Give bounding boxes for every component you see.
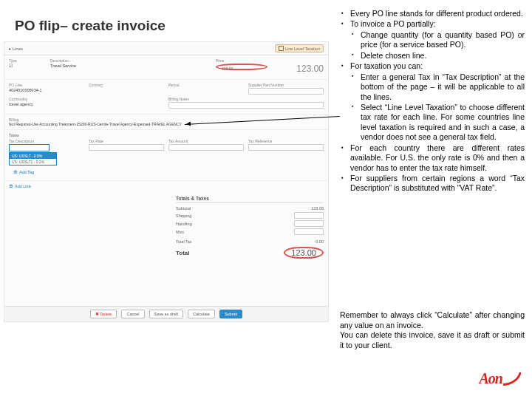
contract-label: Contract [89, 83, 164, 87]
shipping-label: Shipping [176, 214, 191, 218]
supplier-part-label: Supplier Part Number [248, 83, 324, 87]
taxes-label: Taxes [9, 133, 19, 137]
tax-dropdown[interactable]: US: USSLT - 0.0% US: USSLT1 - 0.2% [9, 152, 57, 166]
tax-ref-label: Tax Reference [248, 139, 324, 143]
app-screenshot: ▸ Lines Line Level Taxation Type☑ Descri… [4, 41, 329, 322]
tax-option-alt[interactable]: US: USSLT1 - 0.2% [10, 159, 56, 165]
note-line-1: Remember to always click “Calculate” aft… [340, 310, 525, 330]
period-label: Period [168, 83, 244, 87]
bullet-4: For each country there are different rat… [340, 143, 525, 173]
lines-section-label: ▸ Lines [9, 46, 23, 51]
shipping-input[interactable] [294, 212, 324, 219]
billing-notes-input[interactable] [168, 102, 324, 109]
bullet-2b: Delete chosen line. [350, 51, 525, 61]
add-line-link[interactable]: Add Line [4, 181, 35, 191]
type-label: Type [9, 58, 46, 63]
po-line-value: 4024510008034-1 [9, 88, 84, 92]
total-tax-value: 0.00 [316, 239, 324, 244]
save-draft-button[interactable]: Save as draft [149, 310, 183, 318]
po-line-label: PO Line [9, 83, 84, 87]
reminder-note: Remember to always click “Calculate” aft… [340, 310, 525, 351]
type-value: ☑ [9, 64, 46, 68]
handling-input[interactable] [294, 220, 324, 227]
logo-swoosh-icon [502, 372, 521, 386]
billing-notes-label: Billing Notes [168, 97, 324, 101]
billing-text: Not Required-Use Accounting Treatment-25… [9, 122, 324, 126]
aon-logo: Aon [480, 370, 520, 387]
tax-amount-input[interactable] [168, 144, 244, 151]
submit-button[interactable]: Submit [219, 310, 242, 318]
bullet-3b: Select “Line Level Taxation” to choose d… [350, 103, 525, 143]
tax-ref-input[interactable] [248, 144, 324, 151]
total-value: 123.00 [284, 247, 324, 259]
commodity-label: Commodity [9, 97, 164, 101]
bullet-1: Every PO line stands for different produ… [340, 9, 525, 18]
add-tag-link[interactable]: Add Tag [9, 167, 38, 177]
bullet-3: For taxation you can: Enter a general Ta… [340, 61, 525, 143]
subtotal-label: Subtotal [176, 206, 191, 211]
tax-amount-label: Tax Amount [168, 139, 244, 143]
misc-input[interactable] [294, 228, 324, 235]
supplier-part-input[interactable] [248, 88, 324, 95]
subtotal-value: 123.00 [311, 206, 324, 211]
description-label: Description [50, 58, 211, 63]
tax-rate-input[interactable] [89, 144, 164, 151]
bullet-2a: Change quantity (for a quantity based PO… [350, 30, 525, 50]
slide-title: PO flip– create invoice [15, 18, 166, 34]
line-level-taxation-toggle[interactable]: Line Level Taxation [275, 44, 324, 52]
instruction-bullets: Every PO line stands for different produ… [340, 9, 525, 194]
calculate-button[interactable]: Calculate [188, 310, 215, 318]
bullet-3a: Enter a general Tax in “Tax Description”… [350, 72, 525, 102]
bullet-2: To invoice a PO partially: Change quanti… [340, 19, 525, 61]
bullet-5: For suppliers from certain regions a wor… [340, 174, 525, 194]
tax-description-select[interactable]: US: USSLT - 0.0% US: USSLT1 - 0.2% [9, 144, 50, 151]
tax-option-selected[interactable]: US: USSLT - 0.0% [10, 153, 56, 159]
commodity-value: travel agency [9, 102, 164, 106]
logo-text: Aon [480, 370, 502, 387]
tax-rate-label: Tax Rate [89, 139, 164, 143]
cancel-button[interactable]: Cancel [121, 310, 144, 318]
line-total: 123.00 [272, 64, 324, 74]
delete-button[interactable]: ✖ Delete [90, 310, 117, 318]
tax-desc-label: Tax Description [9, 139, 84, 143]
misc-label: Misc [176, 230, 184, 234]
totals-title: Totals & Taxes [176, 194, 324, 203]
handling-label: Handling [176, 222, 192, 226]
note-line-2: You can delete this invoice, save it as … [340, 330, 525, 350]
total-label: Total [176, 250, 190, 256]
price-label: Price [216, 58, 267, 63]
description-value: Travel Service [50, 64, 211, 68]
total-tax-label: Total Tax [176, 239, 192, 244]
price-input[interactable]: 123.00 [216, 64, 267, 70]
